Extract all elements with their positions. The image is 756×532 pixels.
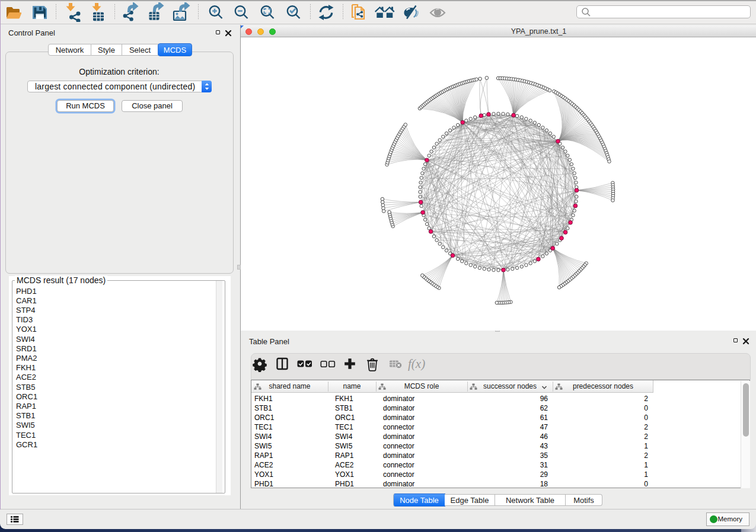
svg-text:f(x): f(x) bbox=[408, 357, 425, 371]
